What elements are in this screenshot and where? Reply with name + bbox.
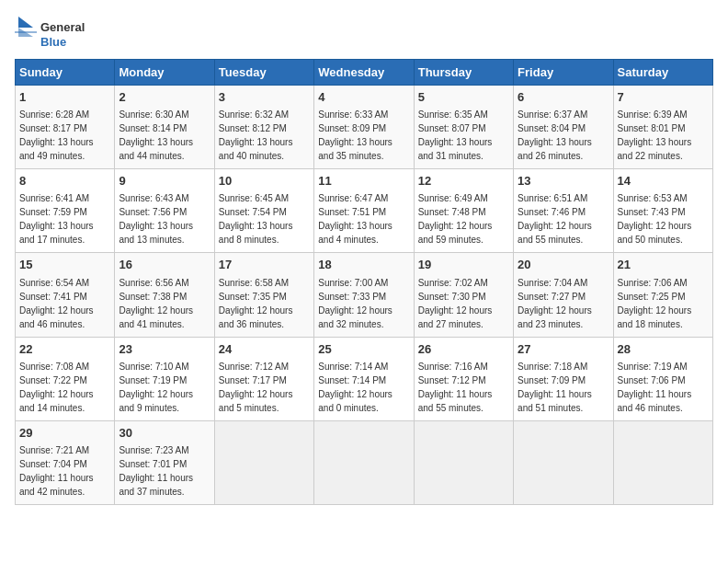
day-cell (314, 420, 414, 504)
day-info: Sunrise: 7:23 AMSunset: 7:01 PMDaylight:… (119, 445, 193, 497)
day-cell: 8 Sunrise: 6:41 AMSunset: 7:59 PMDayligh… (16, 169, 115, 253)
day-info: Sunrise: 7:08 AMSunset: 7:22 PMDaylight:… (19, 362, 94, 413)
day-info: Sunrise: 6:35 AMSunset: 8:07 PMDaylight:… (418, 109, 493, 161)
day-info: Sunrise: 6:28 AMSunset: 8:17 PMDaylight:… (19, 109, 94, 161)
header-row: SundayMondayTuesdayWednesdayThursdayFrid… (16, 60, 713, 86)
week-row-4: 22 Sunrise: 7:08 AMSunset: 7:22 PMDaylig… (16, 337, 713, 420)
day-cell: 20 Sunrise: 7:04 AMSunset: 7:27 PMDaylig… (514, 253, 613, 337)
day-number: 28 (618, 341, 709, 358)
day-cell: 18 Sunrise: 7:00 AMSunset: 7:33 PMDaylig… (314, 253, 414, 337)
day-info: Sunrise: 6:43 AMSunset: 7:56 PMDaylight:… (119, 193, 193, 245)
day-number: 3 (219, 89, 310, 106)
day-info: Sunrise: 6:32 AMSunset: 8:12 PMDaylight:… (219, 109, 293, 161)
day-number: 23 (119, 341, 210, 358)
day-cell: 25 Sunrise: 7:14 AMSunset: 7:14 PMDaylig… (314, 337, 414, 420)
day-cell: 4 Sunrise: 6:33 AMSunset: 8:09 PMDayligh… (314, 86, 414, 169)
col-header-friday: Friday (514, 60, 613, 86)
day-number: 7 (618, 89, 709, 106)
day-number: 29 (19, 425, 110, 442)
logo-svg: General Blue (15, 15, 88, 52)
day-cell: 27 Sunrise: 7:18 AMSunset: 7:09 PMDaylig… (514, 337, 613, 420)
day-number: 27 (518, 341, 609, 358)
day-info: Sunrise: 6:53 AMSunset: 7:43 PMDaylight:… (618, 193, 692, 245)
day-number: 15 (19, 257, 110, 273)
day-info: Sunrise: 7:00 AMSunset: 7:33 PMDaylight:… (318, 278, 392, 329)
day-number: 30 (119, 425, 210, 442)
day-info: Sunrise: 6:58 AMSunset: 7:35 PMDaylight:… (219, 278, 293, 329)
day-info: Sunrise: 7:04 AMSunset: 7:27 PMDaylight:… (518, 278, 592, 329)
week-row-1: 1 Sunrise: 6:28 AMSunset: 8:17 PMDayligh… (16, 86, 713, 169)
day-cell: 21 Sunrise: 7:06 AMSunset: 7:25 PMDaylig… (613, 253, 712, 337)
day-cell: 1 Sunrise: 6:28 AMSunset: 8:17 PMDayligh… (16, 86, 115, 169)
day-info: Sunrise: 7:16 AMSunset: 7:12 PMDaylight:… (418, 362, 493, 413)
day-cell: 11 Sunrise: 6:47 AMSunset: 7:51 PMDaylig… (314, 169, 414, 253)
week-row-3: 15 Sunrise: 6:54 AMSunset: 7:41 PMDaylig… (16, 253, 713, 337)
header: General Blue (15, 15, 713, 52)
day-info: Sunrise: 7:06 AMSunset: 7:25 PMDaylight:… (618, 278, 692, 329)
day-cell: 6 Sunrise: 6:37 AMSunset: 8:04 PMDayligh… (514, 86, 613, 169)
day-number: 18 (318, 257, 409, 273)
day-info: Sunrise: 6:51 AMSunset: 7:46 PMDaylight:… (518, 193, 592, 245)
logo: General Blue (15, 15, 88, 52)
day-number: 6 (518, 89, 609, 106)
day-number: 1 (19, 89, 110, 106)
col-header-sunday: Sunday (16, 60, 115, 86)
week-row-2: 8 Sunrise: 6:41 AMSunset: 7:59 PMDayligh… (16, 169, 713, 253)
day-cell: 19 Sunrise: 7:02 AMSunset: 7:30 PMDaylig… (414, 253, 513, 337)
day-cell (414, 420, 513, 504)
day-cell: 14 Sunrise: 6:53 AMSunset: 7:43 PMDaylig… (613, 169, 712, 253)
calendar-table: SundayMondayTuesdayWednesdayThursdayFrid… (15, 59, 713, 505)
day-info: Sunrise: 7:14 AMSunset: 7:14 PMDaylight:… (318, 362, 392, 413)
day-number: 13 (518, 173, 609, 190)
day-info: Sunrise: 7:10 AMSunset: 7:19 PMDaylight:… (119, 362, 193, 413)
week-row-5: 29 Sunrise: 7:21 AMSunset: 7:04 PMDaylig… (16, 420, 713, 504)
day-number: 10 (219, 173, 310, 190)
day-info: Sunrise: 7:18 AMSunset: 7:09 PMDaylight:… (518, 362, 592, 413)
day-cell: 17 Sunrise: 6:58 AMSunset: 7:35 PMDaylig… (214, 253, 313, 337)
svg-text:Blue: Blue (40, 35, 66, 49)
day-info: Sunrise: 6:41 AMSunset: 7:59 PMDaylight:… (19, 193, 94, 245)
day-number: 21 (618, 257, 709, 273)
day-number: 5 (418, 89, 509, 106)
day-cell: 3 Sunrise: 6:32 AMSunset: 8:12 PMDayligh… (214, 86, 313, 169)
day-info: Sunrise: 6:39 AMSunset: 8:01 PMDaylight:… (618, 109, 692, 161)
day-number: 26 (418, 341, 509, 358)
day-info: Sunrise: 7:02 AMSunset: 7:30 PMDaylight:… (418, 278, 493, 329)
day-cell: 7 Sunrise: 6:39 AMSunset: 8:01 PMDayligh… (613, 86, 712, 169)
day-info: Sunrise: 7:12 AMSunset: 7:17 PMDaylight:… (219, 362, 293, 413)
day-number: 11 (318, 173, 409, 190)
day-number: 9 (119, 173, 210, 190)
day-number: 20 (518, 257, 609, 273)
day-info: Sunrise: 6:56 AMSunset: 7:38 PMDaylight:… (119, 278, 193, 329)
day-cell: 5 Sunrise: 6:35 AMSunset: 8:07 PMDayligh… (414, 86, 513, 169)
svg-marker-2 (18, 17, 33, 28)
day-info: Sunrise: 6:33 AMSunset: 8:09 PMDaylight:… (318, 109, 392, 161)
day-cell: 30 Sunrise: 7:23 AMSunset: 7:01 PMDaylig… (115, 420, 214, 504)
day-cell: 15 Sunrise: 6:54 AMSunset: 7:41 PMDaylig… (16, 253, 115, 337)
day-info: Sunrise: 6:54 AMSunset: 7:41 PMDaylight:… (19, 278, 94, 329)
day-cell: 26 Sunrise: 7:16 AMSunset: 7:12 PMDaylig… (414, 337, 513, 420)
day-cell: 9 Sunrise: 6:43 AMSunset: 7:56 PMDayligh… (115, 169, 214, 253)
day-number: 12 (418, 173, 509, 190)
day-number: 19 (418, 257, 509, 273)
svg-text:General: General (40, 20, 85, 34)
day-number: 2 (119, 89, 210, 106)
day-number: 25 (318, 341, 409, 358)
day-cell: 22 Sunrise: 7:08 AMSunset: 7:22 PMDaylig… (16, 337, 115, 420)
day-info: Sunrise: 6:47 AMSunset: 7:51 PMDaylight:… (318, 193, 392, 245)
day-cell: 28 Sunrise: 7:19 AMSunset: 7:06 PMDaylig… (613, 337, 712, 420)
col-header-monday: Monday (115, 60, 214, 86)
day-number: 24 (219, 341, 310, 358)
day-info: Sunrise: 6:45 AMSunset: 7:54 PMDaylight:… (219, 193, 293, 245)
day-info: Sunrise: 6:37 AMSunset: 8:04 PMDaylight:… (518, 109, 592, 161)
day-cell: 24 Sunrise: 7:12 AMSunset: 7:17 PMDaylig… (214, 337, 313, 420)
day-cell: 2 Sunrise: 6:30 AMSunset: 8:14 PMDayligh… (115, 86, 214, 169)
col-header-saturday: Saturday (613, 60, 712, 86)
day-cell: 13 Sunrise: 6:51 AMSunset: 7:46 PMDaylig… (514, 169, 613, 253)
day-cell: 29 Sunrise: 7:21 AMSunset: 7:04 PMDaylig… (16, 420, 115, 504)
day-cell (214, 420, 313, 504)
day-cell (514, 420, 613, 504)
day-info: Sunrise: 7:19 AMSunset: 7:06 PMDaylight:… (618, 362, 692, 413)
col-header-tuesday: Tuesday (214, 60, 313, 86)
day-cell: 12 Sunrise: 6:49 AMSunset: 7:48 PMDaylig… (414, 169, 513, 253)
